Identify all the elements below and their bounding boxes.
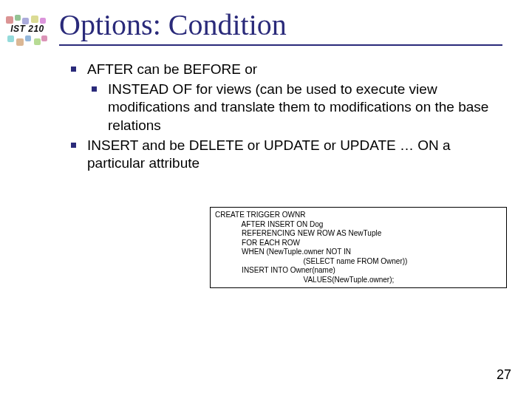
page-number: 27 bbox=[497, 367, 511, 383]
bullet-1: AFTER can be BEFORE or bbox=[66, 61, 510, 79]
slide-body: AFTER can be BEFORE or INSTEAD OF for vi… bbox=[66, 61, 510, 174]
slide: IST 210 Options: Condition AFTER can be … bbox=[0, 0, 532, 399]
code-line: WHEN (NewTuple.owner NOT IN bbox=[215, 248, 502, 257]
code-line: VALUES(NewTuple.owner); bbox=[215, 276, 502, 285]
sql-code-box: CREATE TRIGGER OWNR AFTER INSERT ON Dog … bbox=[210, 207, 507, 288]
code-line: CREATE TRIGGER OWNR bbox=[215, 211, 502, 220]
code-line: (SELECT name FROM Owner)) bbox=[215, 257, 502, 267]
code-line: AFTER INSERT ON Dog bbox=[215, 220, 502, 230]
course-logo: IST 210 bbox=[4, 13, 50, 50]
slide-title: Options: Condition bbox=[59, 7, 287, 42]
code-line: REFERENCING NEW ROW AS NewTuple bbox=[215, 229, 502, 239]
bullet-1a: INSTEAD OF for views (can be used to exe… bbox=[66, 81, 510, 135]
title-underline bbox=[59, 44, 502, 46]
code-line: INSERT INTO Owner(name) bbox=[215, 266, 502, 276]
code-line: FOR EACH ROW bbox=[215, 239, 502, 248]
logo-label: IST 210 bbox=[4, 24, 50, 34]
bullet-2: INSERT and be DELETE or UPDATE or UPDATE… bbox=[66, 137, 510, 173]
